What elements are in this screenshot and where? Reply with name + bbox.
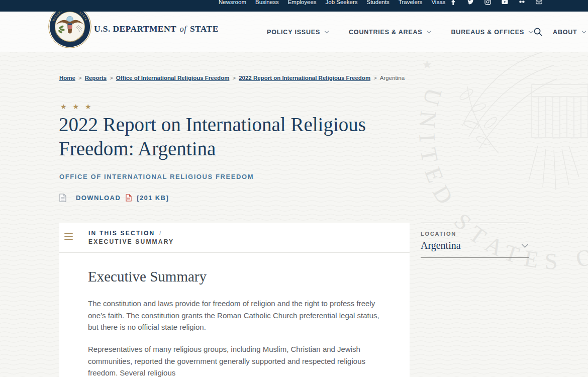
utility-links: Newsroom Business Employees Job Seekers … (219, 0, 445, 6)
current-section-label: EXECUTIVE SUMMARY (88, 238, 174, 246)
chevron-down-icon (325, 29, 329, 33)
twitter-icon[interactable] (467, 0, 474, 5)
in-this-section-label: IN THIS SECTION (88, 230, 155, 237)
social-icons (450, 0, 542, 5)
office-irf-link[interactable]: OFFICE OF INTERNATIONAL RELIGIOUS FREEDO… (59, 173, 254, 180)
facebook-icon[interactable] (450, 0, 457, 5)
body-paragraph: Representatives of many religious groups… (88, 343, 389, 377)
instagram-icon[interactable] (484, 0, 491, 5)
chevron-down-icon (529, 29, 533, 33)
download-label[interactable]: DOWNLOAD (76, 194, 121, 202)
pdf-icon (126, 194, 132, 202)
body-paragraph: The constitution and laws provide for fr… (88, 298, 389, 333)
section-labels: IN THIS SECTION / EXECUTIVE SUMMARY (88, 229, 174, 246)
content-card: IN THIS SECTION / EXECUTIVE SUMMARY Exec… (59, 223, 410, 377)
page-title: 2022 Report on International Religious F… (59, 113, 411, 161)
location-label: LOCATION (421, 231, 529, 237)
breadcrumb-separator: > (110, 75, 113, 81)
flickr-icon[interactable] (519, 0, 525, 5)
download-link[interactable]: DOWNLOAD [201 KB] (59, 194, 169, 202)
topbar-link-employees[interactable]: Employees (288, 0, 317, 6)
breadcrumb-separator: > (373, 75, 377, 81)
email-icon[interactable] (536, 0, 542, 5)
breadcrumb-separator: > (232, 75, 236, 81)
topbar-link-travelers[interactable]: Travelers (399, 0, 423, 6)
topbar-link-newsroom[interactable]: Newsroom (219, 0, 246, 6)
location-value: Argentina (421, 240, 461, 251)
topbar-link-business[interactable]: Business (255, 0, 279, 6)
agency-part-of: of (179, 24, 188, 34)
breadcrumb-home[interactable]: Home (59, 75, 75, 81)
topbar-link-visas[interactable]: Visas (431, 0, 445, 6)
watermark-star: ★ (422, 58, 432, 71)
topbar-link-jobseekers[interactable]: Job Seekers (326, 0, 358, 6)
search-icon[interactable] (533, 27, 543, 37)
nav-about[interactable]: ABOUT (553, 29, 585, 36)
topbar-link-students[interactable]: Students (366, 0, 389, 6)
nav-label: POLICY ISSUES (267, 29, 320, 36)
nav-label: BUREAUS & OFFICES (451, 29, 525, 36)
location-dropdown[interactable]: LOCATION Argentina (421, 223, 529, 258)
page: ★ UNITED STATES OF Newsroom Business Emp… (0, 0, 588, 377)
chevron-down-icon[interactable] (522, 241, 528, 248)
masthead: DEPARTMENT OF STATE UNITED STATES OF AME… (0, 12, 588, 52)
section-heading: Executive Summary (88, 268, 207, 285)
nav-countries-areas[interactable]: COUNTRIES & AREAS (349, 29, 430, 36)
decorative-stars: ★ ★ ★ (60, 103, 93, 111)
agency-wordmark[interactable]: U.S. DEPARTMENT of STATE (94, 24, 219, 34)
download-size[interactable]: [201 KB] (137, 194, 169, 202)
breadcrumb-separator: > (78, 75, 82, 81)
nav-label: COUNTRIES & AREAS (349, 29, 422, 36)
breadcrumb-2022-report[interactable]: 2022 Report on International Religious F… (239, 75, 370, 81)
breadcrumb-current: Argentina (380, 75, 405, 81)
breadcrumb-office-irf[interactable]: Office of International Religious Freedo… (116, 75, 230, 81)
nav-policy-issues[interactable]: POLICY ISSUES (267, 29, 328, 36)
in-this-section-bar[interactable]: IN THIS SECTION / EXECUTIVE SUMMARY (59, 223, 410, 253)
chevron-down-icon (581, 29, 585, 33)
hamburger-icon[interactable] (64, 233, 73, 240)
agency-part-1: U.S. DEPARTMENT (94, 24, 176, 34)
breadcrumb: Home > Reports > Office of International… (59, 75, 405, 81)
chevron-down-icon (427, 29, 431, 33)
nav-bureaus-offices[interactable]: BUREAUS & OFFICES (451, 29, 533, 36)
agency-part-2: STATE (190, 24, 219, 34)
utility-topbar: Newsroom Business Employees Job Seekers … (0, 0, 588, 12)
breadcrumb-reports[interactable]: Reports (85, 75, 107, 81)
document-icon (59, 194, 66, 202)
nav-label: ABOUT (553, 29, 577, 36)
youtube-icon[interactable] (502, 0, 508, 5)
section-separator: / (158, 230, 162, 237)
